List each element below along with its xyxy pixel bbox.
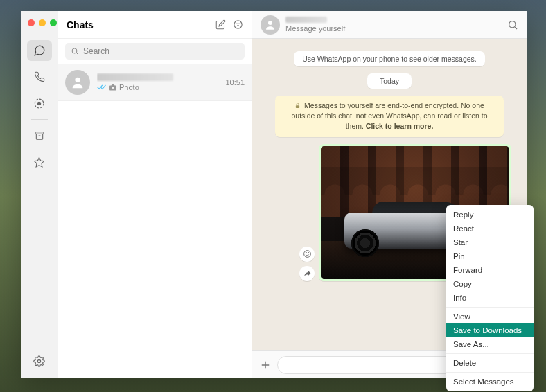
plus-icon (259, 359, 272, 371)
svg-point-15 (306, 252, 306, 253)
svg-rect-13 (296, 105, 299, 108)
svg-point-6 (72, 48, 77, 53)
nav-calls[interactable] (27, 66, 52, 87)
svg-point-9 (112, 87, 114, 89)
close-window-button[interactable] (28, 19, 35, 26)
star-icon (33, 157, 45, 168)
menu-item-copy[interactable]: Copy (446, 277, 534, 291)
search-icon (507, 19, 518, 30)
chat-list-header: Chats (58, 11, 252, 39)
svg-marker-3 (34, 157, 44, 166)
menu-item-reply[interactable]: Reply (446, 208, 534, 222)
older-messages-notice: Use WhatsApp on your phone to see older … (294, 51, 485, 66)
nav-rail (21, 11, 58, 378)
chat-header-text: Message yourself (285, 17, 345, 33)
menu-separator (446, 353, 534, 354)
menu-separator (446, 372, 534, 373)
chat-name-redacted (97, 73, 173, 81)
avatar (65, 70, 90, 95)
chat-icon (33, 44, 46, 57)
menu-item-pin[interactable]: Pin (446, 249, 534, 263)
date-label: Today (367, 73, 412, 89)
chat-name-redacted (285, 17, 327, 23)
compose-button[interactable] (215, 19, 226, 30)
svg-point-5 (234, 21, 242, 28)
context-menu: ReplyReactStarPinForwardCopyInfoViewSave… (446, 205, 534, 391)
chat-subtitle: Message yourself (285, 24, 345, 33)
menu-item-select-messages[interactable]: Select Messages (446, 375, 534, 389)
svg-point-4 (37, 359, 40, 362)
search-placeholder: Search (83, 46, 109, 56)
chat-header: Message yourself (252, 11, 527, 39)
menu-separator (446, 307, 534, 308)
person-icon (70, 75, 85, 90)
fullscreen-window-button[interactable] (50, 19, 57, 26)
avatar (261, 15, 280, 35)
search-wrap: Search (58, 39, 252, 64)
chat-meta: Photo (97, 73, 225, 91)
chat-preview: Photo (97, 83, 225, 91)
encryption-link[interactable]: Click to learn more. (366, 122, 433, 130)
filter-button[interactable] (233, 19, 243, 30)
status-icon (33, 98, 45, 109)
menu-item-view[interactable]: View (446, 310, 534, 323)
forward-button[interactable] (299, 266, 315, 281)
encryption-banner[interactable]: Messages to yourself are end-to-end encr… (275, 96, 504, 137)
svg-point-8 (75, 78, 80, 82)
svg-line-12 (515, 27, 517, 29)
nav-status[interactable] (27, 93, 52, 114)
menu-item-delete[interactable]: Delete (446, 356, 534, 370)
compose-icon (215, 19, 226, 30)
svg-point-16 (308, 252, 308, 253)
svg-point-11 (509, 21, 516, 27)
menu-item-react[interactable]: React (446, 222, 534, 235)
archive-icon (34, 130, 45, 141)
search-input[interactable]: Search (65, 43, 245, 60)
svg-line-7 (76, 53, 78, 54)
window-controls (21, 17, 58, 37)
phone-icon (34, 71, 45, 82)
react-button[interactable] (299, 247, 315, 262)
chat-list-panel: Chats Search Photo (58, 11, 252, 378)
menu-item-info[interactable]: Info (446, 291, 534, 305)
nav-archive[interactable] (27, 125, 52, 146)
search-icon (71, 47, 79, 55)
nav-settings[interactable] (27, 350, 52, 371)
minimize-window-button[interactable] (39, 19, 46, 26)
svg-rect-2 (35, 132, 44, 134)
delivered-check-icon (97, 84, 107, 91)
chat-time: 10:51 (225, 78, 245, 87)
menu-item-star[interactable]: Star (446, 235, 534, 249)
person-icon (264, 19, 276, 31)
app-window: Chats Search Photo (21, 11, 527, 378)
chat-preview-label: Photo (119, 83, 139, 91)
menu-item-save-as[interactable]: Save As... (446, 337, 534, 351)
chat-panel: Message yourself Use WhatsApp on your ph… (252, 11, 527, 378)
svg-point-10 (268, 21, 272, 25)
nav-starred[interactable] (27, 152, 52, 172)
settings-icon (33, 355, 45, 367)
svg-point-1 (37, 102, 40, 105)
menu-item-save-to-downloads[interactable]: Save to Downloads (446, 323, 534, 337)
attach-button[interactable] (259, 359, 272, 371)
lock-icon (294, 103, 301, 109)
smile-icon (303, 249, 312, 258)
camera-icon (109, 83, 117, 91)
menu-item-forward[interactable]: Forward (446, 263, 534, 277)
nav-chats[interactable] (27, 40, 52, 61)
chat-search-button[interactable] (507, 19, 518, 30)
filter-icon (233, 19, 243, 30)
message-side-buttons (299, 247, 315, 281)
chat-list-item[interactable]: Photo 10:51 (58, 64, 252, 101)
chats-title: Chats (67, 19, 209, 30)
forward-icon (303, 269, 312, 278)
svg-point-14 (303, 251, 310, 258)
rail-divider (31, 119, 48, 120)
